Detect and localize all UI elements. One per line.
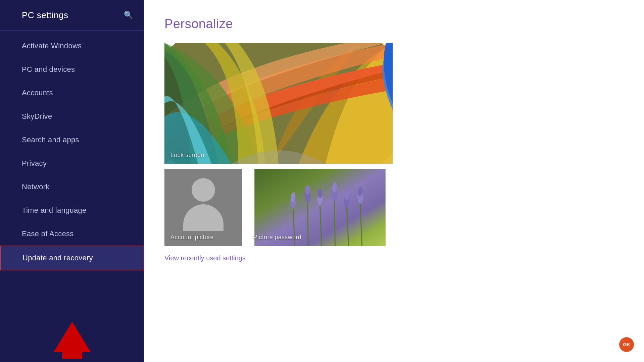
arrow-indicator	[0, 318, 144, 362]
sidebar-item-activate-windows[interactable]: Activate Windows	[0, 34, 144, 58]
picture-password-label: Picture password	[253, 234, 301, 241]
svg-line-5	[308, 202, 308, 246]
gk-badge: GK	[619, 337, 634, 352]
arrow-up-icon	[54, 322, 91, 352]
sidebar-item-ease-of-access[interactable]: Ease of Access	[0, 222, 144, 246]
sidebar-header: PC settings 🔍	[0, 0, 144, 31]
svg-line-7	[335, 201, 335, 246]
sidebar-item-time-and-language[interactable]: Time and language	[0, 199, 144, 222]
sidebar-item-pc-and-devices[interactable]: PC and devices	[0, 58, 144, 81]
lock-screen-tile[interactable]: Lock screen	[164, 43, 393, 164]
page-title: Personalize	[164, 17, 624, 31]
sidebar-item-search-and-apps[interactable]: Search and apps	[0, 128, 144, 152]
sidebar-title: PC settings	[22, 10, 68, 20]
picture-password-tile[interactable]: Picture password	[247, 169, 393, 246]
main-content: Personalize	[144, 0, 644, 362]
images-grid: Lock screen Account picture	[164, 43, 393, 246]
person-icon	[183, 178, 224, 231]
view-settings-link[interactable]: View recently used settings	[164, 254, 246, 262]
sidebar: PC settings 🔍 Activate WindowsPC and dev…	[0, 0, 144, 362]
sidebar-item-skydrive[interactable]: SkyDrive	[0, 105, 144, 128]
sidebar-nav: Activate WindowsPC and devicesAccountsSk…	[0, 31, 144, 318]
lock-screen-label: Lock screen	[170, 152, 204, 159]
account-picture-tile[interactable]: Account picture	[164, 169, 242, 246]
sidebar-item-accounts[interactable]: Accounts	[0, 81, 144, 105]
bottom-row: Account picture	[164, 169, 393, 246]
search-button[interactable]: 🔍	[122, 9, 134, 21]
sidebar-item-network[interactable]: Network	[0, 175, 144, 199]
sidebar-item-privacy[interactable]: Privacy	[0, 152, 144, 175]
account-picture-label: Account picture	[170, 234, 214, 241]
lock-screen-image	[164, 43, 393, 164]
sidebar-item-update-and-recovery[interactable]: Update and recovery	[0, 246, 144, 270]
